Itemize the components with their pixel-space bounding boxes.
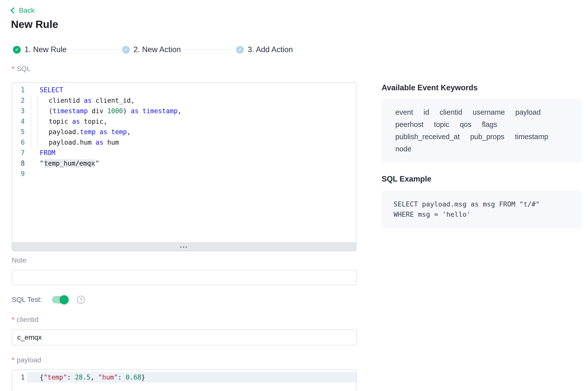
keyword-item[interactable]: publish_received_at <box>395 131 460 143</box>
step-check-icon: ✓ <box>122 46 130 54</box>
editor-line: 9 <box>12 169 356 179</box>
code-token: SELECT <box>40 86 63 94</box>
step-label: 1. New Rule <box>24 45 67 54</box>
payload-editor-lines[interactable]: 1{"temp": 28.5, "hum": 0.68} <box>12 370 356 391</box>
line-number: 9 <box>12 169 27 179</box>
line-number: 2 <box>12 95 27 106</box>
keyword-item[interactable]: topic <box>434 118 449 131</box>
payload-editor[interactable]: 1{"temp": 28.5, "hum": 0.68} <box>12 370 357 391</box>
keywords-list: eventidclientidusernamepayloadpeerhostto… <box>395 106 568 155</box>
code-token: as <box>72 118 80 125</box>
keyword-item[interactable]: clientid <box>440 106 462 118</box>
keyword-item[interactable]: qos <box>460 118 471 131</box>
stepper: ✓1. New Rule✓2. New Action✓3. Add Action <box>13 45 293 54</box>
back-link[interactable]: Back <box>11 6 34 14</box>
note-field-label: Note <box>12 256 26 264</box>
sql-test-row: SQL Test: ? <box>12 295 85 304</box>
code-token <box>139 107 143 115</box>
keyword-item[interactable]: username <box>473 106 505 118</box>
keywords-title: Available Event Keywords <box>382 83 478 92</box>
step-label: 3. Add Action <box>248 45 293 54</box>
code-token <box>107 128 111 136</box>
indent-guide <box>31 96 31 149</box>
line-code: "temp_hum/emqx" <box>27 158 356 169</box>
required-marker: * <box>12 316 14 324</box>
step-1[interactable]: ✓1. New Rule <box>13 45 67 54</box>
sql-editor-lines[interactable]: 1SELECT2clientid as client_id,3(timestam… <box>12 83 356 242</box>
payload-field-label: * payload <box>12 356 41 364</box>
clientid-input[interactable] <box>12 329 357 345</box>
line-number: 3 <box>12 106 27 116</box>
sql-test-toggle[interactable] <box>52 296 68 303</box>
code-token: FROM <box>40 149 55 157</box>
line-number: 7 <box>12 148 27 158</box>
code-token: ( <box>49 107 53 115</box>
code-token: timestamp <box>53 107 88 115</box>
line-number: 4 <box>12 116 27 127</box>
line-number: 6 <box>12 137 27 148</box>
help-icon[interactable]: ? <box>77 296 85 304</box>
step-connector <box>71 49 118 50</box>
back-label: Back <box>19 6 34 14</box>
new-rule-page: Back New Rule ✓1. New Rule✓2. New Action… <box>0 0 588 391</box>
sql-example-line: SELECT payload.msg as msg FROM "t/#" <box>394 199 570 209</box>
sql-editor-resize-handle[interactable]: ••• <box>12 242 356 251</box>
keyword-item[interactable]: peerhost <box>395 118 424 131</box>
payload-label-text: payload <box>17 356 41 364</box>
code-token: as <box>96 139 103 146</box>
code-token: as <box>100 128 107 136</box>
code-token: as <box>84 97 92 104</box>
code-token: , <box>91 374 98 381</box>
note-input[interactable] <box>12 270 357 285</box>
line-code: (timestamp div 1000) as timestamp, <box>27 106 356 116</box>
code-token: , <box>127 128 131 136</box>
code-token: div <box>88 107 107 115</box>
code-token: hum <box>103 139 119 146</box>
keyword-item[interactable]: flags <box>482 118 497 131</box>
code-token: timestamp <box>143 107 178 115</box>
step-2[interactable]: ✓2. New Action <box>122 45 181 54</box>
help-glyph: ? <box>80 297 82 303</box>
sql-field-label: * SQL <box>12 65 31 73</box>
step-3[interactable]: ✓3. Add Action <box>236 45 293 54</box>
sql-example-title: SQL Example <box>382 175 431 184</box>
code-token: 1000 <box>107 107 123 115</box>
line-code: {"temp": 28.5, "hum": 0.68} <box>27 372 356 383</box>
keywords-card: eventidclientidusernamepayloadpeerhostto… <box>382 99 582 163</box>
editor-line: 8"temp_hum/emqx" <box>12 158 356 169</box>
line-code: topic as topic, <box>27 116 356 127</box>
code-token: temp_hum/emqx <box>44 159 96 168</box>
editor-line: 3(timestamp div 1000) as timestamp, <box>12 106 356 116</box>
code-token: " <box>95 160 99 167</box>
indent-guide <box>37 96 38 149</box>
sql-test-label: SQL Test: <box>12 296 42 304</box>
code-token: topic, <box>80 118 107 125</box>
editor-line: 2clientid as client_id, <box>12 95 356 106</box>
resize-dots-icon: ••• <box>180 245 188 249</box>
line-number: 8 <box>12 158 27 169</box>
code-token: payload.hum <box>49 139 96 146</box>
line-code <box>27 169 356 179</box>
step-label: 2. New Action <box>134 45 181 54</box>
line-code: payload.hum as hum <box>27 137 356 148</box>
code-token: as <box>131 107 139 115</box>
page-title: New Rule <box>11 18 58 30</box>
line-number: 5 <box>12 127 27 137</box>
code-token: , <box>178 107 182 115</box>
keyword-item[interactable]: id <box>424 106 429 118</box>
keyword-item[interactable]: timestamp <box>515 131 548 143</box>
sql-editor[interactable]: 1SELECT2clientid as client_id,3(timestam… <box>12 82 357 251</box>
step-check-icon: ✓ <box>236 46 244 54</box>
keyword-item[interactable]: node <box>395 143 412 155</box>
sql-example-line: WHERE msg = 'hello' <box>394 209 570 219</box>
keyword-item[interactable]: event <box>395 106 413 118</box>
code-token: temp <box>80 128 96 136</box>
clientid-field-label: * clientid <box>12 316 38 324</box>
code-token: client_id, <box>92 97 135 104</box>
editor-line: 7FROM <box>12 148 356 158</box>
code-token: topic <box>49 118 72 125</box>
line-code: clientid as client_id, <box>27 95 356 106</box>
keyword-item[interactable]: pub_props <box>470 131 504 143</box>
keyword-item[interactable]: payload <box>515 106 541 118</box>
step-connector <box>185 49 232 50</box>
